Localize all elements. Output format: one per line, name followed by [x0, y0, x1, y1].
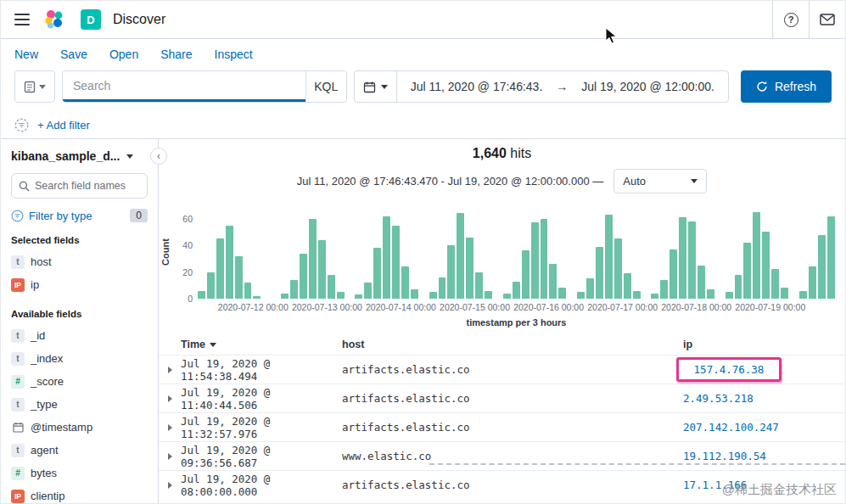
- date-quick-select-button[interactable]: [355, 71, 397, 102]
- new-button[interactable]: New: [14, 48, 38, 61]
- date-range-start[interactable]: Jul 11, 2020 @ 17:46:43.: [397, 80, 557, 93]
- search-input[interactable]: [63, 71, 305, 102]
- field-type-text-icon: t: [11, 398, 25, 412]
- refresh-button[interactable]: Refresh: [741, 70, 832, 103]
- field-type-text-icon: t: [11, 255, 25, 269]
- ip-link[interactable]: 17.1.1.166: [683, 479, 747, 491]
- hits-count: 1,640: [473, 146, 507, 160]
- field-type-text-icon: t: [11, 329, 25, 343]
- field-type-number-icon: #: [11, 375, 25, 389]
- histogram-bar: [513, 282, 520, 299]
- field-item-ip[interactable]: IP ip: [11, 273, 148, 296]
- expand-row-button[interactable]: [159, 367, 181, 373]
- column-header-time[interactable]: Time: [181, 339, 342, 350]
- inspect-button[interactable]: Inspect: [215, 48, 253, 61]
- field-item-score[interactable]: # _score: [11, 370, 148, 393]
- column-header-ip[interactable]: ip: [670, 339, 845, 350]
- expand-row-button[interactable]: [159, 424, 181, 431]
- field-item-bytes[interactable]: # bytes: [11, 462, 148, 484]
- query-language-button[interactable]: KQL: [305, 71, 346, 102]
- histogram-bar: [707, 289, 714, 299]
- y-tick-label: 20: [182, 267, 193, 277]
- histogram-bar: [753, 212, 760, 299]
- field-name: host: [31, 255, 52, 268]
- sidebar-collapse-button[interactable]: ‹: [150, 148, 167, 165]
- field-item-timestamp[interactable]: @timestamp: [11, 416, 148, 439]
- elastic-logo[interactable]: [43, 8, 65, 31]
- ip-highlight-box: 157.4.76.38: [676, 357, 782, 382]
- fields-sidebar: kibana_sample_d... Filter by type 0 Sele…: [1, 139, 159, 504]
- y-tick-label: 40: [182, 240, 193, 250]
- date-range-arrow-icon: →: [556, 80, 568, 93]
- field-item-agent[interactable]: t agent: [11, 439, 148, 462]
- x-tick-label: 2020-07-18 00:00: [661, 302, 731, 312]
- chevron-down-icon: [126, 154, 133, 159]
- filter-by-type-button[interactable]: Filter by type 0: [11, 209, 148, 222]
- cell-host: artifacts.elastic.co: [342, 392, 670, 405]
- histogram-interval-select[interactable]: Auto: [613, 169, 707, 193]
- ip-link[interactable]: 19.112.190.54: [683, 450, 766, 462]
- elastic-logo-icon: [43, 8, 65, 31]
- histogram-bar: [216, 238, 224, 299]
- add-filter-button[interactable]: + Add filter: [37, 119, 90, 132]
- menu-hamburger-icon[interactable]: [9, 7, 35, 32]
- field-item-host[interactable]: t host: [11, 250, 148, 273]
- calendar-icon: [363, 81, 376, 93]
- histogram-bar: [226, 226, 233, 299]
- field-item-type[interactable]: t _type: [11, 393, 148, 416]
- kibana-discover-app: D Discover ? New Save Open Share Inspect: [0, 0, 846, 504]
- expand-row-button[interactable]: [159, 395, 181, 402]
- refresh-label: Refresh: [775, 80, 816, 93]
- save-button[interactable]: Save: [60, 48, 87, 61]
- histogram-bar: [466, 238, 473, 299]
- help-icon: ?: [784, 13, 798, 27]
- available-fields-heading: Available fields: [11, 309, 148, 319]
- discover-toolbar: New Save Open Share Inspect: [1, 39, 845, 69]
- ip-link[interactable]: 207.142.100.247: [683, 421, 779, 434]
- column-label: Time: [181, 339, 205, 350]
- field-item-clientip[interactable]: IP clientip: [11, 484, 148, 504]
- histogram-bar: [522, 250, 529, 299]
- field-name: bytes: [31, 467, 57, 479]
- expand-row-button[interactable]: [159, 482, 181, 489]
- open-button[interactable]: Open: [109, 48, 138, 61]
- field-name: _score: [31, 375, 64, 388]
- field-name: _id: [31, 329, 45, 342]
- histogram-bar: [411, 289, 418, 299]
- date-range-end[interactable]: Jul 19, 2020 @ 12:00:00.: [568, 80, 728, 93]
- field-item-index[interactable]: t _index: [11, 347, 148, 370]
- histogram-bar: [633, 291, 641, 299]
- y-axis-title: Count: [160, 238, 171, 266]
- field-search-box: [11, 173, 148, 199]
- ip-link[interactable]: 2.49.53.218: [683, 392, 754, 405]
- newsfeed-button[interactable]: [809, 1, 845, 38]
- field-type-text-icon: t: [11, 352, 25, 366]
- x-tick-label: 2020-07-17 00:00: [587, 302, 658, 312]
- field-name: ip: [31, 278, 39, 291]
- space-badge[interactable]: D: [81, 9, 101, 30]
- field-item-id[interactable]: t _id: [11, 324, 148, 347]
- field-search-input[interactable]: [35, 180, 140, 192]
- table-row: Jul 19, 2020 @ 11:32:57.976 artifacts.el…: [159, 412, 845, 441]
- help-button[interactable]: ?: [772, 1, 809, 38]
- ip-link[interactable]: 157.4.76.38: [694, 363, 765, 376]
- filter-count-badge: 0: [130, 209, 148, 222]
- filter-bar: + Add filter: [1, 111, 845, 139]
- cell-host: www.elastic.co: [342, 450, 670, 462]
- histogram-bar: [688, 221, 696, 299]
- caret-right-icon: [168, 395, 172, 402]
- histogram-bar: [531, 222, 539, 299]
- histogram-bar: [447, 245, 455, 299]
- saved-query-menu-button[interactable]: [14, 70, 55, 103]
- share-button[interactable]: Share: [160, 48, 192, 61]
- histogram-bars: [198, 205, 835, 299]
- histogram-plot[interactable]: [198, 205, 835, 299]
- histogram-bar: [614, 238, 622, 299]
- histogram-bar: [586, 278, 594, 299]
- histogram-bar: [670, 249, 677, 299]
- documents-table: Time host ip Jul 19, 2020 @ 11:54:38.494…: [159, 334, 845, 499]
- histogram-bar: [818, 235, 826, 299]
- expand-row-button[interactable]: [159, 453, 181, 460]
- column-header-host[interactable]: host: [342, 339, 670, 350]
- index-pattern-selector[interactable]: kibana_sample_d...: [11, 149, 148, 163]
